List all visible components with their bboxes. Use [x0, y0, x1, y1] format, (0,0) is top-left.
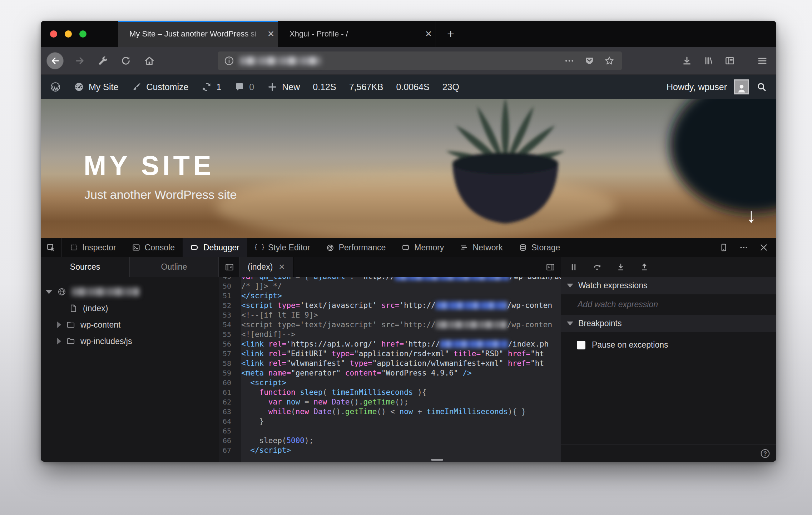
step-out-icon[interactable]: [640, 263, 649, 272]
line-number[interactable]: 59: [219, 368, 236, 378]
sidebar-toggle-icon[interactable]: [724, 55, 735, 66]
browser-tab-xhgui[interactable]: Xhgui - Profile - / ✕: [278, 21, 436, 47]
sources-tree--index-[interactable]: (index): [41, 300, 219, 317]
line-number[interactable]: 66: [219, 436, 236, 446]
sources-tree-wp-content[interactable]: wp-content: [41, 317, 219, 333]
close-window-button[interactable]: [50, 30, 57, 38]
home-button[interactable]: [139, 47, 159, 75]
breakpoints-header[interactable]: Breakpoints: [561, 315, 776, 332]
devtools-tab-memory[interactable]: Memory: [393, 238, 452, 257]
adminbar-item-1[interactable]: 1: [201, 82, 221, 92]
devtools-tab-style-editor[interactable]: { }Style Editor: [247, 238, 318, 257]
code-token: type=: [332, 349, 354, 358]
devtools-tab-console[interactable]: Console: [124, 238, 183, 257]
page-actions-icon[interactable]: [564, 55, 575, 66]
line-number[interactable]: 63: [219, 407, 236, 417]
pick-element-button[interactable]: [41, 238, 61, 257]
right-panel-spacer: [561, 350, 776, 445]
chevron-down-icon[interactable]: [46, 290, 52, 294]
line-number[interactable]: 51: [219, 291, 236, 301]
site-tagline: Just another WordPress site: [84, 188, 237, 202]
zoom-window-button[interactable]: [79, 30, 86, 38]
horizontal-scrollbar[interactable]: [431, 459, 443, 461]
code-token: <meta: [241, 369, 268, 377]
avatar[interactable]: [734, 79, 749, 94]
pause-on-exceptions-checkbox[interactable]: [577, 341, 585, 349]
line-number[interactable]: 56: [219, 339, 236, 349]
code-text: <script>: [236, 378, 286, 388]
adminbar-item-customize[interactable]: Customize: [131, 82, 188, 92]
downloads-icon[interactable]: [682, 55, 692, 66]
help-icon[interactable]: ?: [760, 448, 771, 459]
line-number[interactable]: 54: [219, 320, 236, 330]
devtools-menu-icon[interactable]: [739, 243, 748, 252]
editor-tab-index[interactable]: (index) ✕: [240, 257, 293, 277]
adminbar-item-23q[interactable]: 23Q: [442, 82, 459, 92]
adminbar-item-0-0064s[interactable]: 0.0064S: [396, 82, 430, 92]
forward-button[interactable]: [71, 47, 89, 75]
back-button[interactable]: [46, 52, 64, 69]
devtools-tab-storage[interactable]: Storage: [511, 238, 568, 257]
line-number[interactable]: 62: [219, 397, 236, 407]
line-number[interactable]: 65: [219, 426, 236, 436]
devtools-tab-debugger[interactable]: Debugger: [183, 238, 247, 257]
step-in-icon[interactable]: [616, 263, 625, 272]
watch-expressions-header[interactable]: Watch expressions: [561, 277, 776, 294]
menu-icon[interactable]: [757, 55, 768, 66]
adminbar-item-new[interactable]: New: [267, 82, 300, 92]
scroll-down-arrow[interactable]: ↓: [746, 203, 756, 227]
sources-tree-wp-includes-js[interactable]: wp-includes/js: [41, 333, 219, 349]
line-number[interactable]: 64: [219, 417, 236, 426]
adminbar-item-wordpress[interactable]: [50, 82, 61, 92]
line-number[interactable]: 50: [219, 281, 236, 291]
browser-tab-my-site[interactable]: My Site – Just another WordPress si ✕: [118, 21, 278, 47]
line-number[interactable]: 53: [219, 310, 236, 320]
editor-tab-close-icon[interactable]: ✕: [278, 263, 285, 272]
devtools-toolbar-right: [719, 238, 776, 257]
line-number[interactable]: 55: [219, 330, 236, 339]
adminbar-item-0[interactable]: 0: [234, 82, 254, 92]
line-number[interactable]: 57: [219, 349, 236, 359]
pause-icon[interactable]: [569, 263, 578, 272]
site-info-icon[interactable]: [224, 55, 234, 66]
code-text: while(new Date().getTime() < now + timeI…: [236, 407, 526, 417]
line-number[interactable]: 67: [219, 446, 236, 455]
bookmark-star-icon[interactable]: [604, 55, 615, 66]
line-number[interactable]: 49: [219, 277, 236, 281]
minimize-window-button[interactable]: [65, 30, 72, 38]
step-over-icon[interactable]: [593, 263, 602, 272]
line-number[interactable]: 58: [219, 359, 236, 368]
line-number[interactable]: 52: [219, 301, 236, 310]
line-number[interactable]: 61: [219, 388, 236, 397]
devtools-tab-inspector[interactable]: Inspector: [61, 238, 124, 257]
developer-tools-button[interactable]: [93, 47, 113, 75]
pocket-icon[interactable]: [584, 55, 595, 66]
code-editor[interactable]: 49var qm_l10n = { ajaxurl : 'http:///wp-…: [219, 277, 561, 462]
tab-outline[interactable]: Outline: [130, 257, 219, 277]
devtools-close-icon[interactable]: [759, 243, 768, 252]
reload-button[interactable]: [116, 47, 136, 75]
devtools-tab-performance[interactable]: Performance: [318, 238, 394, 257]
search-icon[interactable]: [756, 82, 767, 92]
tab-sources[interactable]: Sources: [41, 257, 130, 277]
adminbar-item-0-12s[interactable]: 0.12S: [313, 82, 336, 92]
sources-tree-domain[interactable]: [41, 284, 219, 300]
adminbar-item-7-567kb[interactable]: 7,567KB: [349, 82, 383, 92]
adminbar-item-my-site[interactable]: My Site: [74, 82, 118, 92]
chevron-right-icon[interactable]: [57, 322, 61, 328]
code-line-50: 50/* ]]> */: [219, 281, 561, 291]
new-tab-button[interactable]: +: [440, 21, 461, 47]
howdy-label[interactable]: Howdy, wpuser: [667, 82, 727, 92]
add-watch-expression-input[interactable]: Add watch expression: [561, 294, 776, 315]
collapse-sources-button[interactable]: [219, 257, 240, 277]
devtools-tab-label: Network: [472, 243, 502, 252]
devtools-tab-network[interactable]: Network: [452, 238, 510, 257]
chevron-right-icon[interactable]: [57, 338, 61, 344]
tab-close-icon[interactable]: ✕: [421, 29, 436, 39]
library-icon[interactable]: [703, 55, 714, 66]
expand-panel-button[interactable]: [546, 257, 561, 277]
url-bar[interactable]: [218, 52, 622, 70]
line-number[interactable]: 60: [219, 378, 236, 388]
tab-close-icon[interactable]: ✕: [264, 29, 278, 39]
responsive-mode-icon[interactable]: [719, 243, 728, 252]
